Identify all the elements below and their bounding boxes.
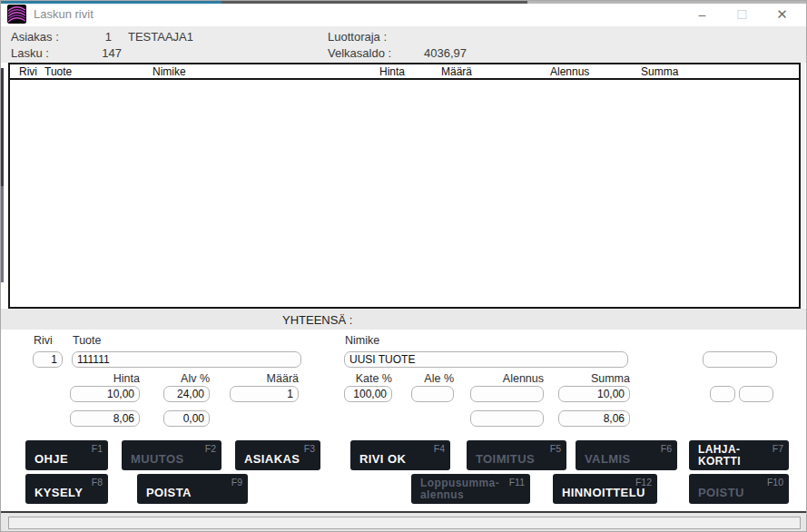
ale-label: Ale % bbox=[411, 372, 454, 385]
asiakas-button[interactable]: ASIAKAS F3 bbox=[235, 440, 320, 470]
nimike-input[interactable] bbox=[344, 351, 628, 368]
ale-input[interactable] bbox=[411, 386, 454, 402]
tuote-label: Tuote bbox=[73, 334, 102, 347]
summa-net-input[interactable] bbox=[558, 410, 630, 427]
invoice-label: Lasku : bbox=[11, 46, 49, 60]
summa-input[interactable] bbox=[558, 386, 630, 402]
status-bar bbox=[1, 513, 806, 532]
rivi-label: Rivi bbox=[34, 334, 53, 347]
table-header-row: Rivi Tuote Nimike Hinta Määrä Alennus Su… bbox=[10, 64, 799, 80]
column-header-rivi: Rivi bbox=[19, 65, 37, 78]
customer-number: 1 bbox=[92, 30, 112, 44]
debt-balance-label: Velkasaldo : bbox=[328, 46, 391, 60]
credit-limit-label: Luottoraja : bbox=[328, 30, 387, 44]
tuote-input[interactable] bbox=[72, 351, 301, 368]
minimize-icon[interactable]: – bbox=[682, 4, 723, 26]
total-strip: YHTEENSÄ : bbox=[1, 309, 806, 330]
debt-balance-value: 4036,97 bbox=[387, 46, 467, 60]
row-edit-form: Rivi Tuote Nimike Hinta Alv % Määrä Kate… bbox=[1, 330, 806, 436]
close-icon[interactable]: ✕ bbox=[762, 4, 802, 26]
poista-button[interactable]: POISTA F9 bbox=[137, 474, 248, 504]
hinta-label: Hinta bbox=[70, 372, 140, 385]
column-header-nimike: Nimike bbox=[153, 65, 186, 78]
alennus-input[interactable] bbox=[470, 386, 544, 402]
column-header-hinta: Hinta bbox=[346, 65, 405, 78]
poistu-button[interactable]: POISTU F10 bbox=[689, 474, 789, 504]
column-header-alennus: Alennus bbox=[550, 65, 589, 78]
maximize-icon[interactable]: ☐ bbox=[722, 4, 763, 26]
loppusumma-alennus-button[interactable]: Loppusumma- alennus F11 bbox=[411, 474, 530, 504]
alv-input[interactable] bbox=[163, 386, 210, 402]
aux-top-field[interactable] bbox=[703, 351, 777, 368]
aux-field-2[interactable] bbox=[739, 386, 773, 402]
hinta-net-input[interactable] bbox=[70, 410, 140, 427]
maara-input[interactable] bbox=[230, 386, 299, 402]
column-header-summa: Summa bbox=[641, 65, 678, 78]
hinnoittelu-button[interactable]: HINNOITTELU F12 bbox=[553, 474, 657, 504]
aux-field-1[interactable] bbox=[710, 386, 735, 402]
alv-label: Alv % bbox=[163, 372, 210, 385]
invoice-rows-table[interactable]: Rivi Tuote Nimike Hinta Määrä Alennus Su… bbox=[8, 63, 801, 309]
nimike-label: Nimike bbox=[345, 334, 379, 347]
alennus-net-input[interactable] bbox=[470, 410, 544, 427]
summa-label: Summa bbox=[558, 372, 630, 385]
invoice-number: 147 bbox=[92, 46, 122, 60]
maara-label: Määrä bbox=[230, 372, 299, 385]
customer-label: Asiakas : bbox=[11, 30, 59, 44]
background-window-edge bbox=[1, 68, 4, 282]
status-bar-panel bbox=[8, 517, 801, 529]
app-icon bbox=[7, 5, 26, 24]
invoice-rows-window: Laskun rivit – ☐ ✕ Asiakas : 1 TESTAAJA1… bbox=[0, 0, 807, 532]
kate-input[interactable] bbox=[344, 386, 392, 402]
alv-amount-input[interactable] bbox=[163, 410, 210, 427]
rivi-ok-button[interactable]: RIVI OK F4 bbox=[350, 440, 450, 470]
muutos-button[interactable]: MUUTOS F2 bbox=[122, 440, 221, 470]
toimitus-button[interactable]: TOIMITUS F5 bbox=[467, 440, 566, 470]
alennus-label: Alennus bbox=[470, 372, 544, 385]
title-bar: Laskun rivit – ☐ ✕ bbox=[1, 4, 806, 26]
customer-name: TESTAAJA1 bbox=[128, 30, 193, 44]
rivi-input[interactable] bbox=[33, 351, 63, 368]
column-header-tuote: Tuote bbox=[44, 65, 72, 78]
lahjakortti-button[interactable]: LAHJA- KORTTI F7 bbox=[689, 440, 789, 470]
function-button-bar: OHJE F1 MUUTOS F2 ASIAKAS F3 RIVI OK F4 … bbox=[1, 436, 806, 511]
hinta-input[interactable] bbox=[70, 386, 140, 402]
kate-label: Kate % bbox=[344, 372, 392, 385]
valmis-button[interactable]: VALMIS F6 bbox=[576, 440, 677, 470]
ohje-button[interactable]: OHJE F1 bbox=[25, 440, 108, 470]
window-title: Laskun rivit bbox=[34, 7, 93, 21]
kysely-button[interactable]: KYSELY F8 bbox=[25, 474, 108, 504]
table-body-empty[interactable] bbox=[10, 82, 799, 307]
invoice-header-panel: Asiakas : 1 TESTAAJA1 Lasku : 147 Luotto… bbox=[1, 26, 806, 63]
column-header-maara: Määrä bbox=[441, 65, 472, 78]
total-label: YHTEENSÄ : bbox=[282, 313, 352, 327]
